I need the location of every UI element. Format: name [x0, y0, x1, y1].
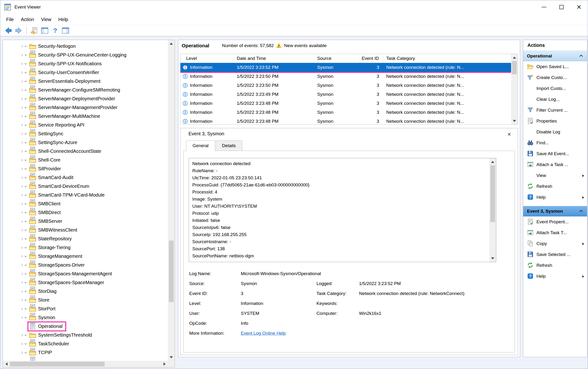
tree-expander[interactable] [20, 349, 27, 356]
tree-item[interactable]: SmartCard-Audit [3, 173, 168, 182]
event-log-online-help-link[interactable]: Event Log Online Help [241, 331, 496, 336]
event-row[interactable]: Information 1/5/2022 3:23:52 PM Sysmon 3… [181, 63, 511, 72]
tree-item[interactable]: SMBDirect [3, 208, 168, 217]
tree-item[interactable]: StorDiag [3, 287, 168, 296]
tab-details[interactable]: Details [216, 141, 242, 151]
action-item[interactable]: Attach a Task ... [523, 159, 587, 170]
tree-item[interactable]: SystemSettingsThreshold [3, 331, 168, 339]
action-item[interactable]: Save All Event... [523, 148, 587, 159]
action-item[interactable]: Copy [523, 238, 587, 249]
tree-expander[interactable] [20, 148, 27, 155]
column-header-event-id[interactable]: Event ID [360, 54, 383, 63]
tree-item[interactable]: StorageManagement [3, 252, 168, 261]
scrollbar-thumb[interactable] [169, 241, 174, 302]
tree-item[interactable]: ServerManager-MultiMachine [3, 112, 168, 121]
tree-vertical-scrollbar[interactable] [168, 40, 174, 361]
tree-expander[interactable] [20, 87, 27, 94]
tree-item[interactable]: Shell-Core [3, 156, 168, 164]
tree-expander[interactable] [20, 297, 27, 304]
tree-item[interactable]: SettingSync-Azure [3, 138, 168, 147]
tree-item[interactable]: Security-UserConsentVerifier [3, 68, 168, 77]
tree-item[interactable]: ServerEssentials-Deployment [3, 77, 168, 86]
tree-expander[interactable] [20, 314, 27, 321]
scrollbar-thumb[interactable] [512, 61, 517, 74]
action-item[interactable]: Help [523, 271, 587, 282]
action-item[interactable]: Properties [523, 116, 587, 127]
tree-expander[interactable] [20, 209, 27, 216]
back-icon[interactable] [3, 26, 13, 35]
tree-item[interactable]: Security-SPP-UX-GenuineCenter-Logging [3, 51, 168, 59]
scroll-up-button[interactable] [489, 158, 496, 165]
scroll-left-button[interactable] [3, 361, 10, 367]
action-item[interactable]: Refresh [523, 260, 587, 271]
action-item[interactable]: Import Custo... [523, 83, 587, 94]
menu-item[interactable]: File [3, 17, 17, 22]
tree-expander[interactable] [20, 288, 27, 295]
tree-item[interactable]: SMBServer [3, 217, 168, 226]
scroll-up-button[interactable] [511, 54, 518, 61]
tree-item[interactable]: SmartCard-TPM-VCard-Module [3, 191, 168, 199]
tree-expander[interactable] [20, 60, 27, 67]
tree-expander[interactable] [20, 253, 27, 260]
tree-item[interactable]: StateRepository [3, 235, 168, 243]
scroll-down-button[interactable] [168, 354, 174, 361]
maximize-button[interactable] [553, 0, 570, 14]
close-button[interactable]: ✕ [570, 0, 588, 14]
preview-close-button[interactable]: ✕ [505, 130, 514, 139]
minimize-button[interactable] [535, 0, 553, 14]
tree-item[interactable]: ServerManager-ManagementProvider [3, 103, 168, 112]
tree-expander[interactable] [20, 262, 27, 269]
tree-expander[interactable] [20, 227, 27, 234]
tree-expander[interactable] [20, 78, 27, 85]
tree-expander[interactable] [20, 139, 27, 146]
tree-expander[interactable] [20, 165, 27, 173]
description-scrollbar[interactable] [489, 158, 496, 262]
action-item[interactable]: Find... [523, 137, 587, 148]
tree-item[interactable]: StorPort [3, 304, 168, 313]
tree-item[interactable]: Service Reporting API [3, 121, 168, 129]
tree-item[interactable]: StorageSpaces-SpaceManager [3, 278, 168, 287]
tree-item[interactable]: TCPIP [3, 348, 168, 357]
tree-item[interactable]: SettingSync [3, 129, 168, 138]
tree-item[interactable]: SilProvider [3, 164, 168, 173]
event-row[interactable]: Information 1/5/2022 3:23:48 PM Sysmon 3… [181, 117, 511, 124]
tree-expander[interactable] [20, 192, 27, 199]
tree-item[interactable]: SMBWitnessClient [3, 226, 168, 235]
tree-expander[interactable] [20, 69, 27, 76]
tree-item[interactable]: StorageSpaces-ManagementAgent [3, 269, 168, 278]
tree-item[interactable]: Shell-ConnectedAccountState [3, 147, 168, 156]
column-header-date[interactable]: Date and Time [233, 54, 314, 63]
console-tree-icon[interactable] [40, 26, 50, 35]
tree-item[interactable]: Security-Netlogon [3, 42, 168, 51]
action-item[interactable]: Refresh [523, 181, 587, 192]
tree-expander[interactable] [20, 104, 27, 111]
column-header-task-category[interactable]: Task Category [383, 54, 511, 63]
tree-expander[interactable] [20, 113, 27, 120]
action-item[interactable]: Attach Task T... [523, 227, 587, 238]
tree-expander[interactable] [20, 340, 27, 348]
action-pane-icon[interactable] [60, 26, 71, 35]
event-row[interactable]: Information 1/5/2022 3:23:50 PM Sysmon 3… [181, 72, 511, 81]
menu-item[interactable]: Help [55, 17, 72, 22]
tree-item[interactable]: Storage-Tiering [3, 243, 168, 252]
scroll-down-button[interactable] [511, 118, 518, 124]
scroll-up-button[interactable] [168, 40, 174, 47]
scrollbar-thumb[interactable] [10, 362, 104, 366]
tree-expander[interactable] [20, 157, 27, 164]
tree-expander[interactable] [20, 218, 27, 225]
event-row[interactable]: Information 1/5/2022 3:23:48 PM Sysmon 3… [181, 108, 511, 117]
tree-expander[interactable] [20, 200, 27, 207]
action-item[interactable]: Filter Current ... [523, 105, 587, 116]
tree-expander[interactable] [20, 43, 27, 50]
event-table-scrollbar[interactable] [511, 54, 518, 124]
tree-item[interactable]: SMBClient [3, 199, 168, 208]
tree-expander[interactable] [20, 279, 27, 286]
tree-item[interactable]: Security-SPP-UX-Notifications [3, 59, 168, 68]
scrollbar-thumb[interactable] [490, 165, 495, 222]
tree-expander[interactable] [20, 332, 27, 339]
tree-expander[interactable] [20, 51, 27, 59]
tree-item[interactable]: ServerManager-DeploymentProvider [3, 94, 168, 103]
scroll-right-button[interactable] [161, 361, 168, 367]
event-row[interactable]: Information 1/5/2022 3:23:50 PM Sysmon 3… [181, 81, 511, 90]
tree-expander[interactable] [20, 174, 27, 181]
